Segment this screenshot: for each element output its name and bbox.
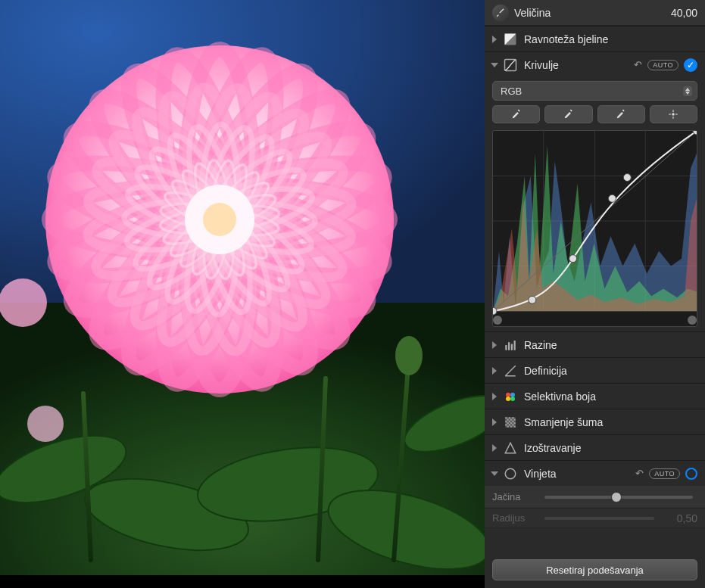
curves-enable-toggle[interactable]: ✓ [684, 58, 697, 72]
vignette-strength-row: Jačina [485, 486, 705, 509]
svg-point-41 [608, 194, 616, 202]
curves-histogram[interactable] [492, 130, 697, 327]
panel-vignette[interactable]: Vinjeta ↶ AUTO [485, 460, 705, 486]
definition-icon [502, 362, 519, 379]
panel-levels[interactable]: Razine [485, 331, 705, 357]
sharpen-label: Izoštravanje [524, 442, 697, 454]
slider-knob[interactable] [611, 492, 622, 502]
panel-white-balance[interactable]: Ravnoteža bjeline [485, 26, 705, 51]
svg-rect-58 [507, 418, 509, 420]
undo-icon[interactable]: ↶ [634, 59, 642, 70]
svg-point-42 [623, 174, 631, 182]
vignette-radius-label: Radijus [492, 512, 535, 524]
stepper-arrows-icon [683, 86, 692, 96]
svg-point-51 [510, 392, 515, 397]
vignette-radius-row: Radijus 0,50 [485, 509, 705, 528]
svg-rect-72 [514, 425, 516, 427]
selective-color-label: Selektivna boja [524, 390, 697, 403]
svg-point-30 [672, 113, 675, 116]
svg-rect-47 [508, 342, 510, 350]
svg-rect-60 [514, 418, 516, 420]
svg-rect-68 [509, 424, 510, 425]
levels-label: Razine [524, 339, 697, 351]
undo-icon[interactable]: ↶ [635, 468, 644, 479]
svg-point-52 [506, 397, 510, 401]
eyedropper-gray-button[interactable] [544, 105, 592, 123]
photo-canvas[interactable] [0, 0, 485, 588]
eyedropper-black-button[interactable] [492, 105, 540, 123]
panel-curves[interactable]: Krivulje ↶ AUTO ✓ [485, 51, 705, 77]
svg-rect-56 [509, 417, 510, 418]
svg-point-53 [510, 397, 515, 401]
reset-adjustments-label: Resetiraj podešavanja [546, 565, 644, 576]
vignette-enable-toggle[interactable] [685, 468, 697, 480]
vignette-auto-button[interactable]: AUTO [649, 468, 680, 479]
svg-point-12 [27, 406, 64, 442]
svg-point-44 [493, 316, 502, 325]
svg-rect-62 [509, 420, 510, 422]
chevron-down-icon [491, 63, 498, 67]
vignette-icon [502, 465, 519, 482]
svg-point-11 [0, 278, 47, 327]
curves-channel-select[interactable]: RGB [492, 81, 697, 101]
selective-color-icon [502, 388, 519, 405]
reset-adjustments-button[interactable]: Resetiraj podešavanja [492, 559, 697, 580]
definition-label: Definicija [524, 365, 697, 377]
vignette-label: Vinjeta [524, 468, 630, 480]
noise-reduction-label: Smanjenje šuma [524, 416, 697, 428]
panel-sharpen[interactable]: Izoštravanje [485, 434, 705, 460]
chevron-down-icon [491, 471, 498, 476]
svg-rect-65 [510, 422, 512, 424]
curves-label: Krivulje [524, 59, 629, 71]
svg-point-73 [505, 468, 516, 479]
svg-rect-61 [505, 420, 507, 422]
svg-rect-57 [512, 417, 513, 418]
size-row: Veličina 40,00 [485, 0, 705, 26]
panel-selective-color[interactable]: Selektivna boja [485, 383, 705, 409]
adjustments-sidebar: Veličina 40,00 Ravnoteža bjeline Krivulj… [485, 0, 705, 588]
white-balance-icon [502, 31, 519, 48]
brush-icon [492, 5, 509, 21]
chevron-right-icon [492, 418, 497, 426]
levels-icon [502, 337, 519, 353]
svg-rect-48 [511, 344, 513, 350]
svg-rect-70 [507, 425, 509, 427]
vignette-strength-label: Jačina [492, 491, 535, 502]
svg-point-40 [569, 255, 577, 263]
vignette-radius-slider[interactable] [544, 517, 654, 520]
size-value[interactable]: 40,00 [664, 7, 697, 19]
chevron-right-icon [492, 341, 497, 349]
svg-rect-59 [510, 418, 512, 420]
svg-rect-55 [505, 417, 507, 418]
panel-definition[interactable]: Definicija [485, 357, 705, 383]
white-balance-label: Ravnoteža bjeline [524, 33, 697, 45]
svg-rect-46 [505, 345, 507, 350]
noise-reduction-icon [502, 414, 519, 431]
vignette-radius-value: 0,50 [664, 512, 697, 524]
svg-point-39 [529, 296, 536, 303]
svg-rect-69 [512, 424, 513, 425]
svg-rect-67 [505, 424, 507, 425]
curves-icon [502, 57, 519, 73]
svg-rect-66 [514, 422, 516, 424]
vignette-strength-slider[interactable] [544, 496, 693, 499]
svg-rect-63 [512, 420, 513, 422]
svg-rect-71 [510, 425, 512, 427]
eyedropper-white-button[interactable] [597, 105, 645, 123]
svg-rect-64 [507, 422, 509, 424]
size-label: Veličina [514, 7, 659, 19]
chevron-right-icon [492, 36, 497, 43]
svg-rect-49 [514, 341, 516, 350]
chevron-right-icon [492, 367, 497, 375]
curves-eyedropper-toolbar [485, 105, 705, 128]
svg-point-45 [688, 316, 697, 325]
chevron-right-icon [492, 393, 497, 400]
curves-auto-button[interactable]: AUTO [647, 60, 678, 70]
sharpen-icon [502, 440, 519, 456]
panel-noise-reduction[interactable]: Smanjenje šuma [485, 409, 705, 434]
chevron-right-icon [492, 444, 497, 452]
curves-channel-value: RGB [501, 86, 522, 97]
svg-point-10 [395, 336, 423, 375]
svg-point-27 [203, 203, 236, 236]
add-point-button[interactable] [650, 105, 697, 123]
